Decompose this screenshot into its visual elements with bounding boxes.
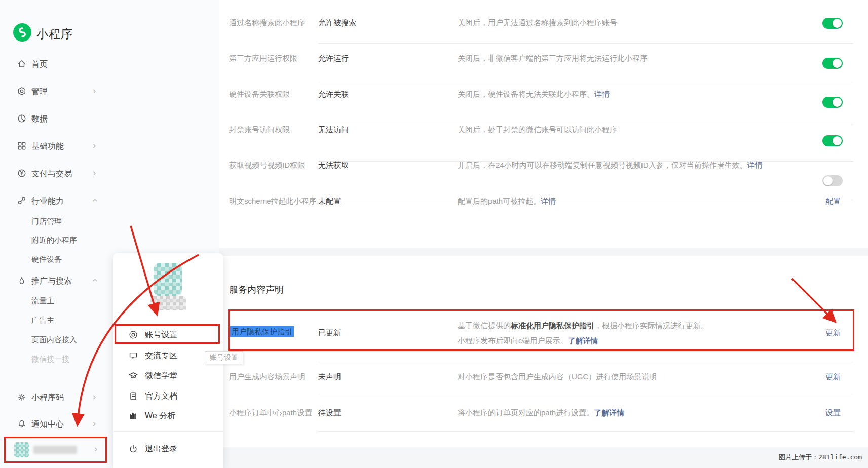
menu-item-label: 微信学堂 [145,371,177,381]
row-label: 第三方应用运行权限 [229,54,297,63]
popup-avatar [154,263,182,296]
gear-icon [128,330,138,340]
chevron-up-icon [93,275,101,285]
tooltip-account-settings: 账号设置 [205,351,243,364]
sidebar-item-home[interactable]: 首页 [0,59,111,71]
row-status: 允许被搜索 [318,18,356,28]
row-description: 对小程序是否包含用户生成内容（UGC）进行使用场景说明 [458,372,657,382]
service-declaration-panel [219,256,868,447]
menu-item-label: 退出登录 [145,444,177,454]
detail-link[interactable]: 详情 [541,197,556,205]
hardware-link-toggle[interactable] [822,97,843,108]
sidebar-item-manage[interactable]: 管理 [0,86,111,98]
sidebar-subitem-store-manage[interactable]: 门店管理 [31,217,107,228]
sidebar-item-label: 小程序码 [31,393,64,403]
video-id-toggle[interactable] [822,175,843,186]
promotion-flame-icon [17,276,26,285]
sidebar-item-label: 首页 [31,59,48,70]
sidebar-item-label: 支付与交易 [31,169,72,179]
popup-avatar-body [150,296,186,310]
row-label: 获取视频号视频ID权限 [229,161,305,170]
menu-item-logout[interactable]: 退出登录 [113,443,223,456]
bottom-separator [219,447,868,468]
chevron-right-icon [93,418,101,428]
sidebar-item-basic-functions[interactable]: 基础功能 [0,141,111,153]
detail-link[interactable]: 详情 [594,90,610,98]
row-label: 硬件设备关联权限 [229,90,290,99]
row-label: 小程序订单中心path设置 [229,408,312,418]
chevron-right-icon [93,140,101,150]
row-label: 封禁账号访问权限 [229,125,290,135]
sidebar-item-notifications[interactable]: 通知中心 [0,419,111,431]
learn-more-link[interactable]: 了解详情 [594,408,624,417]
row-description-line2: 小程序发布后即向c端用户展示。了解详情 [458,336,598,346]
thirdparty-run-toggle[interactable] [822,58,843,69]
row-description: 关闭后，处于封禁的微信账号可以访问此小程序 [458,125,617,135]
modules-grid-icon [17,141,26,150]
row-description: 关闭后，硬件设备将无法关联此小程序。详情 [458,90,610,99]
sidebar-subitem-advertiser[interactable]: 广告主 [31,316,107,327]
sidebar-item-label: 行业能力 [31,196,64,207]
row-label: 明文scheme拉起此小程序 [229,197,317,206]
set-path-button[interactable]: 设置 [825,408,841,418]
sidebar-item-promotion[interactable]: 推广与搜索 [0,276,111,288]
sidebar-subitem-page-content[interactable]: 页面内容接入 [31,335,107,346]
learn-more-link[interactable]: 了解详情 [568,336,598,345]
sidebar-subitem-nearby[interactable]: 附近的小程序 [31,236,107,247]
menu-item-label: 交流专区 [145,350,177,361]
configure-button[interactable]: 配置 [825,197,841,206]
row-description: 关闭后，用户无法通过名称搜索到此小程序账号 [458,18,617,28]
user-avatar[interactable] [14,442,29,457]
row-description: 将小程序的订单页对应的path进行设置。了解详情 [458,408,624,418]
menu-item-official-docs[interactable]: 官方文档 [113,390,223,403]
detail-link[interactable]: 详情 [747,161,763,169]
row-status: 未声明 [318,372,341,382]
row-status: 允许关联 [318,90,349,99]
sidebar-item-label: 基础功能 [31,141,64,152]
sidebar-item-label: 管理 [31,87,48,97]
row-description: 关闭后，非微信客户端的第三方应用将无法运行此小程序 [458,54,648,63]
row-status: 无法获取 [318,161,349,170]
sidebar-subitem-traffic[interactable]: 流量主 [31,296,107,307]
row-description: 配置后的path可被拉起。详情 [458,197,556,206]
chevron-right-icon [93,86,101,96]
row-label: 通过名称搜索此小程序 [229,18,305,28]
permissions-panel [219,0,868,248]
row-label-selected: 用户隐私保护指引 [230,327,294,337]
menu-item-account-settings[interactable]: 账号设置 [113,329,223,342]
sidebar-item-label: 数据 [31,114,48,125]
row-label: 用户生成内容场景声明 [229,372,305,382]
row-status: 无法访问 [318,125,349,135]
row-status: 待设置 [318,408,341,418]
menu-item-label: 官方文档 [145,391,177,402]
update-ugc-button[interactable]: 更新 [825,372,841,382]
row-description-line1: 基于微信提供的标准化用户隐私保护指引，根据小程序实际情况进行更新。 [458,321,708,331]
sidebar-item-industry[interactable]: 行业能力 [0,196,111,208]
sidebar-subitem-wechat-search[interactable]: 微信搜一搜 [31,355,107,366]
user-name-redacted [33,446,77,454]
row-status: 未配置 [318,197,341,206]
section-separator [219,248,868,256]
minicode-sparkle-icon [17,393,26,402]
search-permission-toggle[interactable] [822,18,843,29]
home-icon [17,59,26,68]
menu-divider [113,431,223,432]
bar-chart-icon [128,411,138,421]
sidebar-item-label: 推广与搜索 [31,276,72,287]
banned-account-toggle[interactable] [822,135,843,146]
watermark: 图片上传于：281life.com [779,453,862,462]
menu-item-wechat-school[interactable]: 微信学堂 [113,370,223,383]
update-privacy-button[interactable]: 更新 [825,328,841,338]
industry-network-icon [17,196,26,205]
menu-item-we-analysis[interactable]: We 分析 [113,410,223,423]
miniprogram-logo-icon [13,23,31,42]
sidebar-item-label: 通知中心 [31,419,64,430]
menu-item-label: 账号设置 [145,330,177,340]
sidebar-item-data[interactable]: 数据 [0,113,111,126]
sidebar-item-payment[interactable]: 支付与交易 [0,168,111,180]
row-status: 允许运行 [318,54,349,63]
row-description: 开启后，在24小时内可以在移动端复制任意视频号视频ID入参，仅对当前操作者生效。… [458,161,763,170]
sidebar-item-minicode[interactable]: 小程序码 [0,392,111,404]
document-icon [128,391,138,401]
sidebar-subitem-hardware[interactable]: 硬件设备 [31,255,107,266]
